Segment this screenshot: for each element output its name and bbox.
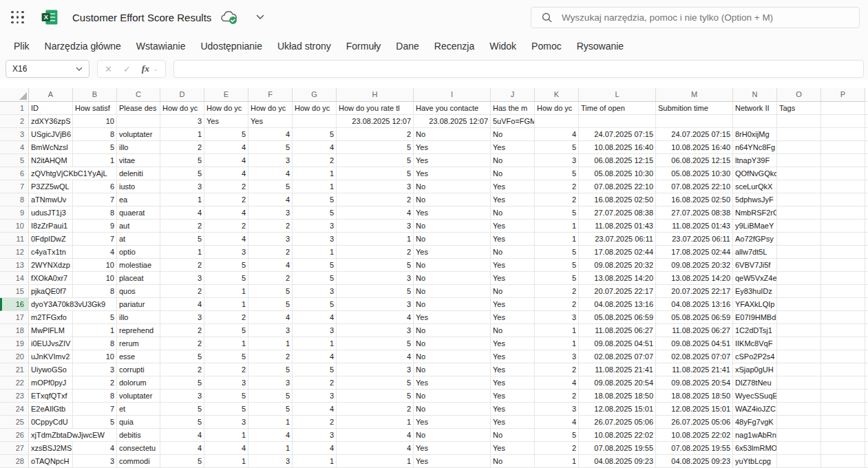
cell-N15[interactable]: Ey83huIDz [733,285,777,298]
cell-G20[interactable]: 4 [293,350,337,363]
cell-P23[interactable] [821,390,865,403]
cell-E10[interactable]: 2 [204,220,248,233]
cell-J10[interactable]: Yes [491,220,535,233]
row-header-2[interactable]: 2 [0,115,29,128]
cell-O2[interactable] [777,115,821,128]
cell-K22[interactable]: 4 [535,376,579,390]
cell-P14[interactable] [821,272,865,285]
cell-F28[interactable]: 3 [248,455,293,468]
cell-P22[interactable] [821,376,865,390]
cell-A2[interactable]: zdXY36zpS [29,115,73,128]
cell-O19[interactable] [777,337,821,350]
cell-P18[interactable] [821,324,865,337]
cell-B8[interactable]: 7 [73,193,117,206]
cell-C17[interactable]: illo [117,311,160,324]
search-box[interactable] [531,7,860,28]
cell-F22[interactable]: 3 [248,376,293,390]
cell-D3[interactable]: 1 [160,128,204,141]
cell-K14[interactable]: 5 [535,272,579,285]
column-header-M[interactable]: M [656,88,733,102]
cell-G4[interactable]: 4 [293,141,337,154]
cell-P16[interactable] [821,298,865,311]
row-header-10[interactable]: 10 [0,220,29,233]
row-header-14[interactable]: 14 [0,272,29,285]
column-header-D[interactable]: D [160,88,204,102]
cell-M27[interactable]: 07.08.2025 19:55 [656,442,733,455]
cell-G11[interactable]: 3 [293,233,337,246]
cell-E24[interactable]: 5 [204,403,248,416]
cell-F27[interactable]: 1 [248,442,293,455]
cell-F26[interactable]: 4 [248,429,293,442]
workbook-title[interactable]: Customer Effort Score Results [72,12,211,23]
cell-E15[interactable]: 1 [204,285,248,298]
cell-J7[interactable]: Yes [491,180,535,193]
row-header-27[interactable]: 27 [0,442,29,455]
cell-N7[interactable]: sceLurQkX [733,180,777,193]
cell-E19[interactable]: 1 [204,337,248,350]
cell-G8[interactable]: 5 [293,193,337,206]
cell-B25[interactable]: 5 [73,416,117,429]
menu-item-10[interactable]: Rysowanie [569,37,631,55]
cell-N19[interactable]: IIKMc8VqF [733,337,777,350]
cell-K6[interactable]: 5 [535,167,579,180]
cell-H13[interactable]: 5 [337,259,414,272]
cell-B27[interactable]: 4 [73,442,117,455]
cell-M1[interactable]: Submition time [656,102,733,115]
cell-H8[interactable]: 2 [337,193,414,206]
cell-O9[interactable] [777,206,821,220]
column-header-O[interactable]: O [777,88,821,102]
cell-F16[interactable]: 5 [248,298,293,311]
cell-I12[interactable]: Yes [414,246,491,259]
row-header-15[interactable]: 15 [0,285,29,298]
cell-A15[interactable]: pjkaQE0f7 [29,285,73,298]
cell-L7[interactable]: 07.08.2025 22:10 [579,180,656,193]
cell-G16[interactable]: 5 [293,298,337,311]
cell-B4[interactable]: 5 [73,141,117,154]
cell-D5[interactable]: 5 [160,154,204,167]
column-header-K[interactable]: K [535,88,579,102]
cell-E9[interactable]: 4 [204,206,248,220]
cell-K3[interactable]: 4 [535,128,579,141]
row-header-3[interactable]: 3 [0,128,29,141]
cell-J19[interactable]: Yes [491,337,535,350]
cell-P12[interactable] [821,246,865,259]
cell-D15[interactable]: 2 [160,285,204,298]
cell-A18[interactable]: MwPlFLM [29,324,73,337]
row-header-24[interactable]: 24 [0,403,29,416]
cell-P4[interactable] [821,141,865,154]
column-header-C[interactable]: C [117,88,160,102]
cell-M5[interactable]: 06.08.2025 12:15 [656,154,733,167]
cell-I3[interactable]: No [414,128,491,141]
cell-E4[interactable]: 4 [204,141,248,154]
cell-G17[interactable]: 4 [293,311,337,324]
cell-I13[interactable]: No [414,259,491,272]
cell-H25[interactable]: 1 [337,416,414,429]
cell-C9[interactable]: quaerat [117,206,160,220]
cell-K27[interactable]: 2 [535,442,579,455]
cell-I4[interactable]: Yes [414,141,491,154]
cell-G14[interactable]: 5 [293,272,337,285]
cell-N9[interactable]: NmbRSF2rG [733,206,777,220]
cell-E12[interactable]: 3 [204,246,248,259]
cell-P6[interactable] [821,167,865,180]
cell-L23[interactable]: 18.08.2025 18:50 [579,390,656,403]
cell-M20[interactable]: 02.08.2025 07:07 [656,350,733,363]
cell-B24[interactable]: 7 [73,403,117,416]
cell-L27[interactable]: 07.08.2025 19:55 [579,442,656,455]
cell-A1[interactable]: ID [29,102,73,115]
cell-F20[interactable]: 2 [248,350,293,363]
cell-K11[interactable]: 1 [535,233,579,246]
cell-H18[interactable]: 3 [337,324,414,337]
title-chevron-down-icon[interactable] [256,14,264,20]
cell-G22[interactable]: 2 [293,376,337,390]
cell-O20[interactable] [777,350,821,363]
cell-B13[interactable]: 10 [73,259,117,272]
cell-I1[interactable]: Have you contacte [414,102,491,115]
cell-D7[interactable]: 3 [160,180,204,193]
cell-O22[interactable] [777,376,821,390]
cell-L24[interactable]: 12.08.2025 15:01 [579,403,656,416]
menu-item-9[interactable]: Pomoc [524,37,569,55]
cell-O11[interactable] [777,233,821,246]
row-header-8[interactable]: 8 [0,193,29,206]
cell-B3[interactable]: 8 [73,128,117,141]
